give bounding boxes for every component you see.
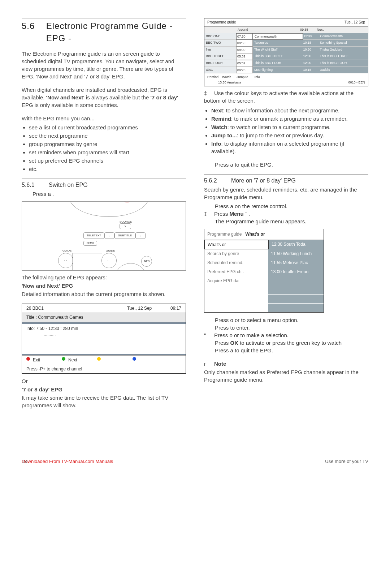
after-menu-5: Press a to quit the EPG. <box>204 347 368 354</box>
now-next-hdr: 'Now and Next' EPG <box>22 282 186 289</box>
quit-line: Press a to quit the EPG. <box>204 161 368 168</box>
remote-diagram: SOURCE v TELETEXT b SUBTITLE q DEMO GUID… <box>22 201 186 271</box>
subsection-562: 5.6.2More on '7 or 8 day' EPG <box>204 177 368 185</box>
intro-p1: The Electronic Programme guide is an on … <box>22 50 186 80</box>
step-text: Press a . <box>22 190 186 198</box>
red-dot-icon <box>26 357 30 361</box>
s562-step2: ‡Press Menu ˇ . <box>204 210 368 218</box>
s562-step2d: The Programme guide menu appears. <box>204 218 368 225</box>
fi-step: ‡Use the colour keys to activate the ava… <box>204 89 368 104</box>
s562-p1: Search by genre, scheduled reminders, et… <box>204 186 368 201</box>
after-menu-3: "Press o or to make a selection. <box>204 331 368 339</box>
guide-icon: ▭ <box>101 253 117 268</box>
intro-p3: With the EPG menu you can... <box>22 115 186 122</box>
subsection-561: 5.6.1Switch on EPG <box>22 181 186 189</box>
seven-hdr: '7 or 8 day' EPG <box>22 386 186 393</box>
note-txt: Only channels marked as Preferred EPG ch… <box>204 368 368 383</box>
after-menu-4: Press OK to activate or press the green … <box>204 339 368 347</box>
s562-step1: Press a on the remote control. <box>204 202 368 210</box>
note-hdr: rNote <box>204 360 368 368</box>
epg-grid: Programme guideTue., 12 Sep Around 09:55… <box>204 18 368 86</box>
after-remote: The following type of EPG appears: <box>22 274 186 281</box>
intro-p2: When digital channels are installed and … <box>22 86 186 109</box>
seven-txt: It may take some time to receive the EPG… <box>22 394 186 409</box>
action-bullets: Next: to show information about the next… <box>204 107 368 155</box>
or-text: Or <box>22 377 186 385</box>
guide-icon: ▭ <box>58 253 73 268</box>
blue-dot-icon <box>133 357 136 361</box>
page-footer: 18Downloaded From TV-Manual.com Manuals … <box>22 458 368 465</box>
green-dot-icon <box>62 357 65 361</box>
section-heading: 5.6 Electronic Programme Guide - EPG - <box>22 20 186 44</box>
intro-bullets: see a list of current broadcasted progra… <box>22 124 186 173</box>
epg-now-next-box: 26 BBC1 Tue., 12 Sep 09:17 Title : Commo… <box>22 304 186 374</box>
programme-guide-menu: Programme guide What's or What's or12:30… <box>204 229 324 313</box>
now-next-txt: Detailed information about the current p… <box>22 290 186 298</box>
info-icon: INFO <box>141 256 152 267</box>
after-menu: Press o or to select a menu option. Pres… <box>204 316 368 331</box>
yellow-dot-icon <box>97 357 101 361</box>
